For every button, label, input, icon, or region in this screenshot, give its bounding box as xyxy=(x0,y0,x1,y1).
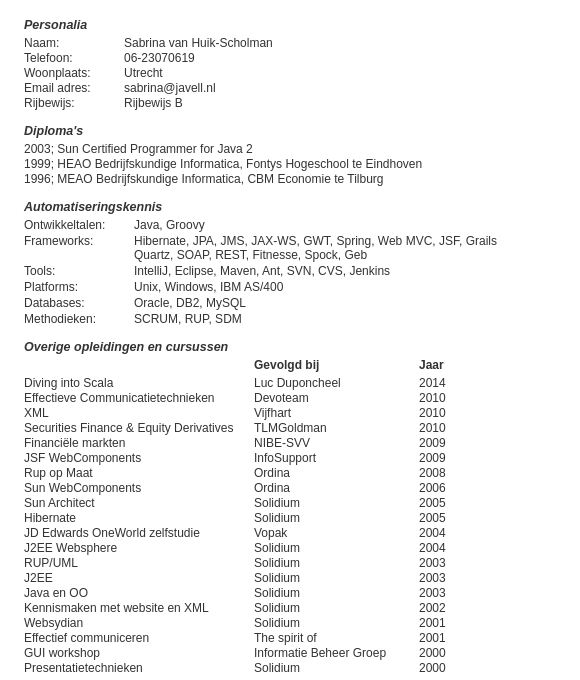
course-row: Effectieve Communicatietechnieken Devote… xyxy=(24,391,556,405)
course-year: 2005 xyxy=(419,496,446,510)
course-org: Solidium xyxy=(254,571,419,585)
field-label: Woonplaats: xyxy=(24,66,124,80)
course-name: Effectief communiceren xyxy=(24,631,254,645)
course-row: Java en OO Solidium 2003 xyxy=(24,586,556,600)
course-year: 2005 xyxy=(419,511,446,525)
auto-label: Methodieken: xyxy=(24,312,134,326)
course-row: J2EE Solidium 2003 xyxy=(24,571,556,585)
course-name: J2EE Websphere xyxy=(24,541,254,555)
personalia-row: Telefoon:06-23070619 xyxy=(24,51,556,65)
course-year: 2004 xyxy=(419,541,446,555)
course-row: Sun WebComponents Ordina 2006 xyxy=(24,481,556,495)
course-name: Securities Finance & Equity Derivatives xyxy=(24,421,254,435)
course-year: 2010 xyxy=(419,421,446,435)
field-value: Sabrina van Huik-Scholman xyxy=(124,36,273,50)
course-name: JD Edwards OneWorld zelfstudie xyxy=(24,526,254,540)
auto-value: Java, Groovy xyxy=(134,218,556,232)
course-row: Securities Finance & Equity Derivatives … xyxy=(24,421,556,435)
auto-label: Ontwikkeltalen: xyxy=(24,218,134,232)
personalia-section: Personalia Naam:Sabrina van Huik-Scholma… xyxy=(24,18,556,110)
diplomas-section: Diploma's 2003; Sun Certified Programmer… xyxy=(24,124,556,186)
course-row: Websydian Solidium 2001 xyxy=(24,616,556,630)
course-year: 2014 xyxy=(419,376,446,390)
course-org: Vopak xyxy=(254,526,419,540)
course-org: Luc Duponcheel xyxy=(254,376,419,390)
course-year: 2000 xyxy=(419,646,446,660)
course-row: Sun Architect Solidium 2005 xyxy=(24,496,556,510)
course-year: 2009 xyxy=(419,451,446,465)
course-row: Hibernate Solidium 2005 xyxy=(24,511,556,525)
course-year: 2000 xyxy=(419,661,446,675)
auto-value: Hibernate, JPA, JMS, JAX-WS, GWT, Spring… xyxy=(134,234,556,262)
automatisering-title: Automatiseringskennis xyxy=(24,200,556,214)
course-row: JD Edwards OneWorld zelfstudie Vopak 200… xyxy=(24,526,556,540)
auto-label: Frameworks: xyxy=(24,234,134,248)
course-year: 2003 xyxy=(419,556,446,570)
course-name: Hibernate xyxy=(24,511,254,525)
course-org: Solidium xyxy=(254,541,419,555)
auto-value: Unix, Windows, IBM AS/400 xyxy=(134,280,556,294)
diploma-line: 1996; MEAO Bedrijfskundige Informatica, … xyxy=(24,172,556,186)
personalia-row: Naam:Sabrina van Huik-Scholman xyxy=(24,36,556,50)
course-year: 2010 xyxy=(419,391,446,405)
course-name: Diving into Scala xyxy=(24,376,254,390)
course-row: J2EE Websphere Solidium 2004 xyxy=(24,541,556,555)
personalia-title: Personalia xyxy=(24,18,556,32)
course-year: 2008 xyxy=(419,466,446,480)
course-name: XML xyxy=(24,406,254,420)
course-org: Solidium xyxy=(254,586,419,600)
course-org: Informatie Beheer Groep xyxy=(254,646,419,660)
course-row: RUP/UML Solidium 2003 xyxy=(24,556,556,570)
course-name: Presentatietechnieken xyxy=(24,661,254,675)
auto-row: Methodieken:SCRUM, RUP, SDM xyxy=(24,312,556,326)
auto-row: Platforms:Unix, Windows, IBM AS/400 xyxy=(24,280,556,294)
course-name: Financiële markten xyxy=(24,436,254,450)
course-org: Vijfhart xyxy=(254,406,419,420)
course-name: RUP/UML xyxy=(24,556,254,570)
course-row: Presentatietechnieken Solidium 2000 xyxy=(24,661,556,675)
courses-section: Overige opleidingen en cursussen Gevolgd… xyxy=(24,340,556,680)
personalia-row: Woonplaats:Utrecht xyxy=(24,66,556,80)
auto-label: Tools: xyxy=(24,264,134,278)
course-year: 2004 xyxy=(419,526,446,540)
course-name: Sun WebComponents xyxy=(24,481,254,495)
course-year: 2003 xyxy=(419,586,446,600)
personalia-row: Rijbewijs:Rijbewijs B xyxy=(24,96,556,110)
course-row: Effectief communiceren The spirit of 200… xyxy=(24,631,556,645)
course-org: Ordina xyxy=(254,481,419,495)
course-org: The spirit of xyxy=(254,631,419,645)
course-name: Rup op Maat xyxy=(24,466,254,480)
auto-value: Oracle, DB2, MySQL xyxy=(134,296,556,310)
course-org: Solidium xyxy=(254,511,419,525)
course-year: 2003 xyxy=(419,571,446,585)
course-org: Solidium xyxy=(254,556,419,570)
auto-value: IntelliJ, Eclipse, Maven, Ant, SVN, CVS,… xyxy=(134,264,556,278)
field-value: sabrina@javell.nl xyxy=(124,81,216,95)
auto-label: Databases: xyxy=(24,296,134,310)
auto-row: Frameworks:Hibernate, JPA, JMS, JAX-WS, … xyxy=(24,234,556,262)
course-row: GUI workshop Informatie Beheer Groep 200… xyxy=(24,646,556,660)
field-label: Rijbewijs: xyxy=(24,96,124,110)
personalia-row: Email adres:sabrina@javell.nl xyxy=(24,81,556,95)
course-row: JSF WebComponents InfoSupport 2009 xyxy=(24,451,556,465)
field-label: Email adres: xyxy=(24,81,124,95)
courses-header: Gevolgd bij Jaar xyxy=(24,358,556,372)
field-value: Rijbewijs B xyxy=(124,96,183,110)
diploma-line: 1999; HEAO Bedrijfskundige Informatica, … xyxy=(24,157,556,171)
course-row: Kennismaken met website en XML Solidium … xyxy=(24,601,556,615)
field-label: Telefoon: xyxy=(24,51,124,65)
field-label: Naam: xyxy=(24,36,124,50)
course-row: Rup op Maat Ordina 2008 xyxy=(24,466,556,480)
course-org: Solidium xyxy=(254,496,419,510)
auto-label: Platforms: xyxy=(24,280,134,294)
course-name: Websydian xyxy=(24,616,254,630)
course-row: Financiële markten NIBE-SVV 2009 xyxy=(24,436,556,450)
field-value: Utrecht xyxy=(124,66,163,80)
course-org: Ordina xyxy=(254,466,419,480)
course-org: TLMGoldman xyxy=(254,421,419,435)
header-col-name xyxy=(24,358,254,372)
course-org: NIBE-SVV xyxy=(254,436,419,450)
course-org: InfoSupport xyxy=(254,451,419,465)
auto-row: Tools:IntelliJ, Eclipse, Maven, Ant, SVN… xyxy=(24,264,556,278)
course-year: 2006 xyxy=(419,481,446,495)
